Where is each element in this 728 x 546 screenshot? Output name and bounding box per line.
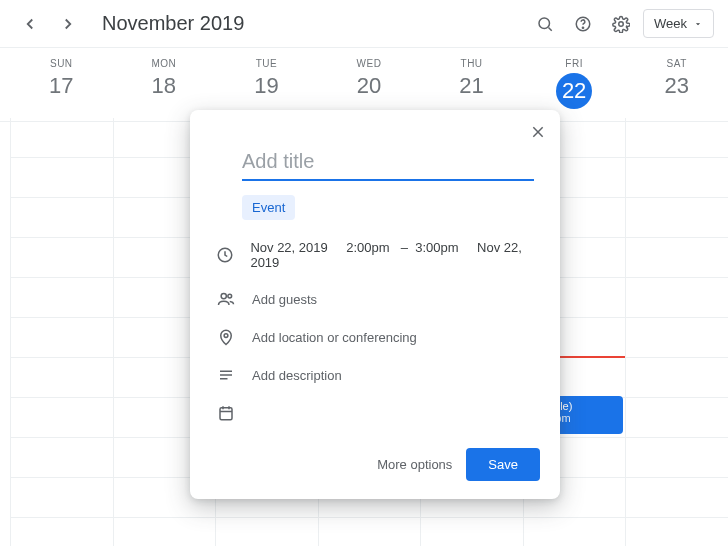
time-row[interactable]: Nov 22, 2019 2:00pm – 3:00pm Nov 22, 201… — [216, 230, 534, 280]
day-of-week: FRI — [523, 58, 626, 69]
day-of-week: WED — [318, 58, 421, 69]
svg-point-9 — [228, 294, 232, 298]
close-icon — [530, 124, 546, 140]
day-number: 19 — [215, 73, 318, 99]
start-time[interactable]: 2:00pm — [346, 240, 389, 255]
day-number: 23 — [625, 73, 728, 99]
guests-row[interactable]: Add guests — [216, 280, 534, 318]
chevron-left-icon — [21, 15, 39, 33]
view-selector[interactable]: Week — [643, 9, 714, 38]
start-date[interactable]: Nov 22, 2019 — [250, 240, 327, 255]
day-number: 22 — [556, 73, 592, 109]
svg-point-10 — [224, 334, 228, 338]
people-icon — [216, 290, 236, 308]
more-options-button[interactable]: More options — [377, 457, 452, 472]
day-number: 20 — [318, 73, 421, 99]
day-header-cell[interactable]: SAT23 — [625, 48, 728, 121]
gear-icon — [612, 15, 630, 33]
chevron-right-icon — [59, 15, 77, 33]
day-of-week: SUN — [10, 58, 113, 69]
time-dash: – — [401, 240, 408, 255]
event-title-input[interactable] — [242, 146, 534, 181]
day-of-week: TUE — [215, 58, 318, 69]
description-icon — [216, 366, 236, 384]
topbar: November 2019 Week — [0, 0, 728, 48]
svg-rect-14 — [220, 408, 232, 420]
end-time[interactable]: 3:00pm — [415, 240, 458, 255]
clock-icon — [216, 246, 234, 264]
svg-point-4 — [619, 21, 624, 26]
svg-point-0 — [539, 18, 550, 29]
location-label: Add location or conferencing — [252, 330, 417, 345]
location-row[interactable]: Add location or conferencing — [216, 318, 534, 356]
description-label: Add description — [252, 368, 342, 383]
day-of-week: THU — [420, 58, 523, 69]
day-header-cell[interactable]: SUN17 — [10, 48, 113, 121]
topbar-right: Week — [529, 8, 714, 40]
description-row[interactable]: Add description — [216, 356, 534, 394]
location-icon — [216, 328, 236, 346]
guests-label: Add guests — [252, 292, 317, 307]
settings-button[interactable] — [605, 8, 637, 40]
search-icon — [536, 15, 554, 33]
chevron-down-icon — [693, 19, 703, 29]
search-button[interactable] — [529, 8, 561, 40]
calendar-row[interactable] — [216, 394, 534, 432]
create-event-modal: Event Nov 22, 2019 2:00pm – 3:00pm Nov 2… — [190, 110, 560, 499]
svg-point-8 — [221, 293, 226, 298]
view-selector-label: Week — [654, 16, 687, 31]
day-number: 21 — [420, 73, 523, 99]
save-button[interactable]: Save — [466, 448, 540, 481]
event-type-chip[interactable]: Event — [242, 195, 295, 220]
day-number: 17 — [10, 73, 113, 99]
day-of-week: MON — [113, 58, 216, 69]
day-of-week: SAT — [625, 58, 728, 69]
prev-arrow-button[interactable] — [14, 8, 46, 40]
help-button[interactable] — [567, 8, 599, 40]
svg-line-1 — [548, 27, 551, 30]
help-icon — [574, 15, 592, 33]
close-button[interactable] — [524, 118, 552, 146]
calendar-icon — [216, 404, 236, 422]
month-label: November 2019 — [102, 12, 244, 35]
day-number: 18 — [113, 73, 216, 99]
next-arrow-button[interactable] — [52, 8, 84, 40]
svg-point-3 — [582, 27, 583, 28]
nav-arrows — [14, 8, 84, 40]
